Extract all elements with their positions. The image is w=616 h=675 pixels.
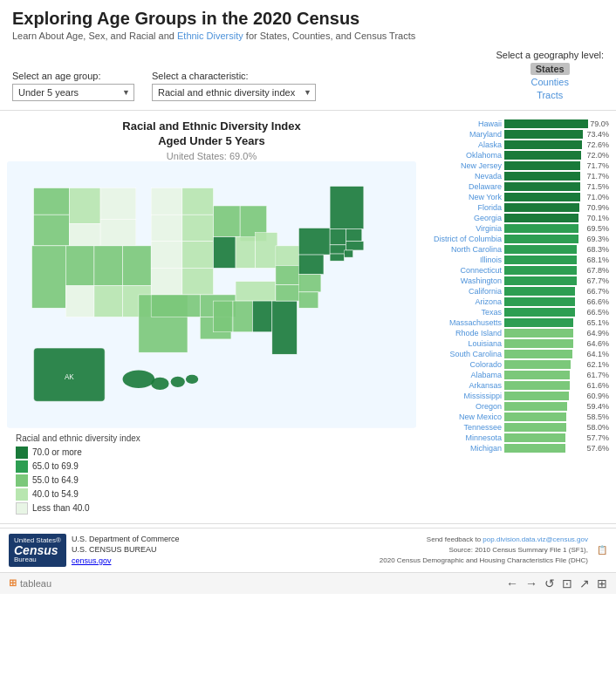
bar-state-link[interactable]: New York (469, 193, 502, 201)
bar-state-link[interactable]: North Carolina (451, 245, 502, 254)
age-select[interactable]: Under 5 years (12, 84, 134, 101)
bar-fill (504, 339, 573, 348)
geo-btn-counties[interactable]: Counties (526, 76, 574, 88)
bar-state-link[interactable]: Virginia (476, 224, 502, 233)
bar-row: Florida70.9% (421, 203, 609, 212)
bar-fill (504, 182, 580, 191)
bar-state-link[interactable]: Florida (477, 203, 502, 212)
bar-state-link[interactable]: Rhode Island (455, 329, 502, 338)
bar-value-label: 72.6% (586, 140, 609, 149)
legend-item-3: 55.0 to 64.9 (16, 474, 411, 487)
census-gov-link[interactable]: census.gov (72, 556, 112, 565)
svg-rect-7 (32, 246, 66, 308)
bar-track (504, 308, 585, 317)
bar-state-link[interactable]: Oklahoma (466, 151, 502, 160)
bar-value-label: 73.4% (586, 130, 609, 139)
bar-track (504, 161, 585, 170)
bar-fill (504, 214, 578, 222)
bar-state-link[interactable]: Texas (481, 308, 502, 317)
subtitle-link[interactable]: Ethnic Diversity (177, 31, 243, 41)
bar-state-link[interactable]: Hawaii (478, 119, 502, 128)
svg-rect-19 (182, 188, 214, 215)
legend-color-5 (16, 502, 28, 515)
bar-track (504, 151, 585, 160)
bar-state-label: Alabama (421, 371, 504, 379)
bar-row: Virginia69.5% (421, 224, 609, 233)
bar-state-label: New Jersey (421, 161, 504, 170)
bar-track (504, 235, 585, 243)
bar-row: Rhode Island64.9% (421, 329, 609, 338)
nav-grid-button[interactable]: ⊞ (597, 576, 607, 590)
bar-state-link[interactable]: Arizona (475, 297, 502, 306)
nav-forward-button[interactable]: → (525, 576, 537, 590)
geo-btn-tracts[interactable]: Tracts (531, 89, 568, 101)
nav-share-button[interactable]: ↗ (579, 576, 590, 590)
nav-fit-button[interactable]: ⊡ (562, 576, 572, 590)
bar-state-link[interactable]: New Mexico (459, 412, 502, 421)
page-subtitle: Learn About Age, Sex, and Racial and Eth… (12, 31, 604, 41)
bar-state-link[interactable]: Minnesota (465, 433, 502, 442)
bar-track (504, 172, 585, 181)
bar-fill (504, 266, 577, 275)
bar-value-label: 68.1% (586, 256, 609, 264)
bar-state-link[interactable]: Arkansas (469, 381, 502, 390)
bar-state-link[interactable]: Alaska (478, 140, 502, 149)
bar-row: Illinois68.1% (421, 256, 609, 264)
tableau-nav: ← → ↺ ⊡ ↗ ⊞ (506, 576, 607, 590)
bar-state-link[interactable]: Alabama (470, 371, 502, 379)
bar-state-link[interactable]: Massachusetts (449, 318, 502, 327)
bar-state-link[interactable]: Georgia (474, 214, 502, 222)
legend-color-2 (16, 460, 28, 473)
bar-state-link[interactable]: Michigan (470, 444, 502, 453)
bar-state-link[interactable]: District of Columbia (434, 235, 502, 243)
bar-state-label: Colorado (421, 360, 504, 369)
chart-title-line2: Aged Under 5 Years (158, 134, 265, 147)
bar-state-link[interactable]: Colorado (469, 360, 502, 369)
bar-fill (504, 412, 566, 421)
bar-value-label: 66.7% (586, 287, 609, 296)
bar-row: South Carolina64.1% (421, 350, 609, 358)
bar-value-label: 69.5% (586, 224, 609, 233)
bar-state-link[interactable]: Mississippi (463, 392, 502, 400)
bar-state-link[interactable]: Maryland (469, 130, 502, 139)
bar-state-link[interactable]: Illinois (480, 256, 502, 264)
legend-color-3 (16, 474, 28, 487)
subtitle-end: for States, Counties, and Census Tracts (246, 31, 415, 41)
notes-icon[interactable]: 📋 (597, 545, 607, 555)
bar-row: Texas66.5% (421, 308, 609, 317)
char-select[interactable]: Racial and ethnic diversity index (152, 84, 316, 101)
bar-state-link[interactable]: Oregon (476, 402, 502, 411)
svg-rect-18 (151, 268, 182, 295)
bar-fill (504, 308, 575, 317)
bar-state-link[interactable]: Tennessee (463, 423, 502, 432)
page-title: Exploring Age Groups in the 2020 Census (12, 9, 604, 29)
svg-point-55 (186, 374, 198, 383)
nav-refresh-button[interactable]: ↺ (544, 576, 555, 590)
svg-rect-42 (298, 292, 318, 308)
svg-rect-49 (344, 250, 352, 257)
bar-fill (504, 381, 570, 390)
bar-state-link[interactable]: Delaware (469, 182, 502, 191)
bar-state-link[interactable]: South Carolina (449, 350, 502, 358)
nav-back-button[interactable]: ← (506, 576, 518, 590)
bar-fill (504, 444, 565, 453)
bar-state-link[interactable]: New Jersey (461, 161, 502, 170)
bar-track (504, 224, 585, 233)
bar-value-label: 58.0% (586, 423, 609, 432)
bar-fill (504, 161, 580, 170)
feedback-link[interactable]: pop.division.data.viz@census.gov (483, 535, 588, 543)
age-group-control: Select an age group: Under 5 years ▼ (12, 71, 134, 101)
bar-value-label: 67.7% (586, 276, 609, 285)
legend-item-4: 40.0 to 54.9 (16, 488, 411, 501)
geo-btn-states[interactable]: States (530, 63, 570, 75)
bar-state-label: New Mexico (421, 412, 504, 421)
bar-state-link[interactable]: California (469, 287, 502, 296)
bar-state-link[interactable]: Louisiana (468, 339, 502, 348)
bar-state-link[interactable]: Connecticut (460, 266, 502, 275)
bar-row: Delaware71.5% (421, 182, 609, 191)
bar-fill (504, 433, 565, 442)
bar-state-link[interactable]: Nevada (475, 172, 502, 181)
bar-track (504, 412, 585, 421)
bar-value-label: 65.1% (586, 318, 609, 327)
bar-state-link[interactable]: Washington (461, 276, 502, 285)
